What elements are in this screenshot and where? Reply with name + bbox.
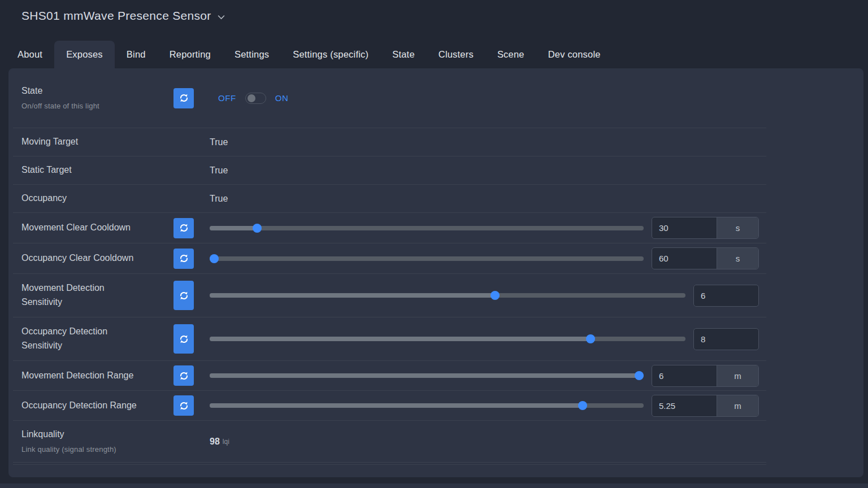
value-input-group: m bbox=[652, 365, 759, 387]
slider[interactable] bbox=[210, 256, 644, 261]
refresh-button[interactable] bbox=[173, 395, 194, 416]
footer-strip bbox=[0, 483, 868, 488]
tab-exposes[interactable]: Exposes bbox=[54, 41, 115, 68]
unit-addon: s bbox=[717, 248, 758, 269]
slider-fill bbox=[210, 293, 495, 298]
row-occupancy-clear-cooldown: Occupancy Clear Cooldown s bbox=[13, 243, 766, 274]
row-label-text: State bbox=[21, 84, 173, 98]
device-header[interactable]: SHS01 mmWave Presence Sensor bbox=[21, 9, 225, 23]
exposes-panel: State On/off state of this light OFF bbox=[8, 68, 863, 477]
refresh-button[interactable] bbox=[173, 249, 194, 269]
tab-dev-console[interactable]: Dev console bbox=[536, 41, 613, 68]
tab-clusters[interactable]: Clusters bbox=[427, 41, 485, 68]
refresh-button[interactable] bbox=[173, 324, 194, 354]
tab-state[interactable]: State bbox=[380, 41, 427, 68]
toggle-off-label[interactable]: OFF bbox=[218, 93, 236, 103]
slider-handle[interactable] bbox=[578, 401, 587, 410]
row-label: Movement Clear Cooldown bbox=[21, 221, 173, 235]
row-movement-detection-sensitivity: Movement Detection Sensitivity bbox=[13, 274, 766, 317]
value-input[interactable] bbox=[652, 365, 717, 386]
unit-addon: s bbox=[717, 217, 758, 238]
unit-addon: m bbox=[717, 365, 758, 386]
tab-settings-specific[interactable]: Settings (specific) bbox=[281, 41, 380, 68]
tab-reporting[interactable]: Reporting bbox=[158, 41, 223, 68]
tab-scene[interactable]: Scene bbox=[485, 41, 536, 68]
slider-fill bbox=[210, 403, 583, 408]
toggle-on-label[interactable]: ON bbox=[275, 93, 289, 103]
slider[interactable] bbox=[210, 226, 644, 230]
slider-fill bbox=[210, 226, 257, 230]
row-label-text: Occupancy Detection Sensitivity bbox=[21, 325, 134, 353]
linkquality-value: 98 bbox=[210, 437, 220, 447]
linkquality-unit: lqi bbox=[223, 438, 229, 446]
tab-bind[interactable]: Bind bbox=[115, 41, 158, 68]
row-label: Static Target bbox=[21, 163, 173, 177]
row-movement-detection-range: Movement Detection Range m bbox=[13, 361, 766, 391]
exposes-table: State On/off state of this light OFF bbox=[13, 68, 766, 463]
refresh-button[interactable] bbox=[173, 281, 194, 310]
row-static-target: Static Target True bbox=[13, 156, 766, 185]
page-title: SHS01 mmWave Presence Sensor bbox=[21, 9, 211, 23]
row-label: Linkquality Link quality (signal strengt… bbox=[21, 428, 173, 456]
value-input[interactable] bbox=[694, 285, 758, 306]
tab-about[interactable]: About bbox=[6, 41, 54, 68]
row-value: True bbox=[210, 165, 228, 176]
slider-fill bbox=[210, 337, 591, 341]
row-label: Occupancy Clear Cooldown bbox=[21, 251, 173, 265]
row-label: Moving Target bbox=[21, 135, 173, 149]
row-occupancy-detection-sensitivity: Occupancy Detection Sensitivity bbox=[13, 317, 766, 361]
row-label: Movement Detection Range bbox=[21, 369, 173, 383]
refresh-button[interactable] bbox=[173, 88, 194, 108]
state-toggle[interactable] bbox=[245, 93, 266, 104]
row-movement-clear-cooldown: Movement Clear Cooldown s bbox=[13, 213, 766, 243]
slider[interactable] bbox=[210, 293, 685, 298]
tab-settings[interactable]: Settings bbox=[223, 41, 281, 68]
slider-handle[interactable] bbox=[491, 291, 500, 300]
device-tabbar: About Exposes Bind Reporting Settings Se… bbox=[6, 41, 613, 68]
slider[interactable] bbox=[210, 403, 644, 408]
row-label: Movement Detection Sensitivity bbox=[21, 281, 173, 310]
value-input[interactable] bbox=[652, 395, 717, 416]
value-input[interactable] bbox=[652, 217, 717, 238]
slider[interactable] bbox=[210, 373, 644, 378]
table-bottom-divider bbox=[13, 464, 766, 465]
row-moving-target: Moving Target True bbox=[13, 128, 766, 156]
row-label: Occupancy Detection Sensitivity bbox=[21, 325, 173, 353]
row-state: State On/off state of this light OFF bbox=[13, 68, 766, 128]
refresh-button[interactable] bbox=[173, 218, 194, 238]
value-input-group bbox=[693, 328, 759, 350]
slider[interactable] bbox=[210, 337, 685, 341]
row-description: Link quality (signal strength) bbox=[21, 444, 173, 455]
state-toggle-group: OFF ON bbox=[210, 93, 289, 104]
row-description: On/off state of this light bbox=[21, 101, 173, 112]
value-input[interactable] bbox=[694, 329, 758, 350]
row-value: True bbox=[210, 194, 228, 204]
row-occupancy: Occupancy True bbox=[13, 185, 766, 213]
slider-fill bbox=[210, 373, 639, 378]
row-label-text: Linkquality bbox=[21, 428, 173, 442]
chevron-down-icon[interactable] bbox=[218, 12, 225, 22]
value-input-group bbox=[693, 285, 759, 307]
slider-handle[interactable] bbox=[635, 371, 644, 380]
slider-handle[interactable] bbox=[253, 224, 262, 233]
row-linkquality: Linkquality Link quality (signal strengt… bbox=[13, 421, 766, 463]
row-label: State On/off state of this light bbox=[21, 84, 173, 112]
slider-handle[interactable] bbox=[210, 254, 219, 263]
value-input-group: m bbox=[652, 395, 759, 417]
row-label: Occupancy Detection Range bbox=[21, 399, 173, 413]
value-input-group: s bbox=[652, 247, 759, 269]
row-occupancy-detection-range: Occupancy Detection Range m bbox=[13, 391, 766, 421]
slider-handle[interactable] bbox=[586, 334, 595, 343]
toggle-knob bbox=[248, 94, 255, 102]
unit-addon: m bbox=[717, 395, 758, 416]
row-label: Occupancy bbox=[21, 191, 173, 206]
value-input[interactable] bbox=[652, 248, 717, 269]
row-label-text: Movement Detection Sensitivity bbox=[21, 281, 134, 310]
row-value: True bbox=[210, 137, 228, 147]
refresh-button[interactable] bbox=[173, 365, 194, 386]
value-input-group: s bbox=[652, 217, 759, 239]
